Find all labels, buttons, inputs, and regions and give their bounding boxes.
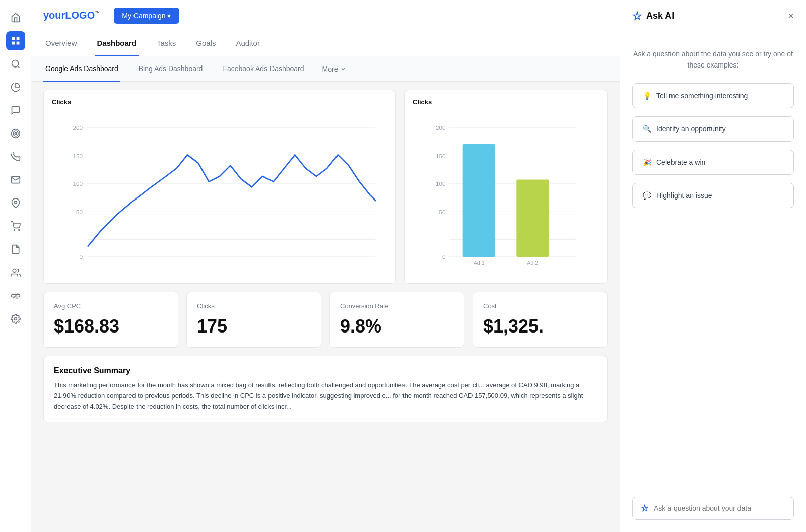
bar-chart-svg: 200 150 100 50 0 Ad 1 Ad 2 — [413, 112, 599, 273]
avg-cpc-label: Avg CPC — [54, 302, 168, 310]
svg-point-7 — [13, 131, 18, 136]
cost-value: $1,325. — [483, 316, 597, 337]
metric-clicks: Clicks 175 — [186, 292, 321, 348]
email-icon[interactable] — [6, 170, 25, 189]
home-icon[interactable] — [6, 8, 25, 27]
svg-text:100: 100 — [436, 180, 446, 187]
svg-text:200: 200 — [436, 124, 446, 131]
settings-icon[interactable] — [6, 309, 25, 328]
people-icon[interactable] — [6, 263, 25, 282]
search-opportunity-icon: 🔍 — [643, 125, 651, 133]
avg-cpc-value: $168.83 — [54, 316, 168, 337]
clicks-value: 175 — [197, 316, 311, 337]
charts-row: Clicks 200 150 100 50 0 — [43, 90, 608, 284]
line-chart-card: Clicks 200 150 100 50 0 — [43, 90, 396, 284]
svg-text:0: 0 — [79, 253, 83, 260]
search-icon[interactable] — [6, 54, 25, 74]
ai-panel-body: Ask a question about the data you see or… — [620, 32, 806, 532]
svg-rect-1 — [16, 37, 19, 40]
svg-rect-39 — [516, 179, 549, 257]
target-icon[interactable] — [6, 124, 25, 143]
tab-overview[interactable]: Overview — [43, 31, 79, 56]
phone-icon[interactable] — [6, 147, 25, 166]
tab-goals[interactable]: Goals — [194, 31, 218, 56]
location-icon[interactable] — [6, 193, 25, 213]
svg-rect-2 — [12, 42, 15, 45]
celebrate-icon: 🎉 — [643, 158, 651, 166]
exec-summary-text: This marketing performance for the month… — [54, 380, 597, 412]
chart-icon[interactable] — [6, 78, 25, 97]
metric-avg-cpc: Avg CPC $168.83 — [43, 292, 178, 348]
bar-chart-title: Clicks — [413, 98, 599, 106]
suggestion-highlight[interactable]: 💬 Highlight an issue — [632, 183, 794, 208]
clicks-label: Clicks — [197, 302, 311, 310]
ai-input-container — [632, 497, 794, 520]
sub-tab-bing[interactable]: Bing Ads Dashboard — [137, 56, 205, 82]
cost-label: Cost — [483, 302, 597, 310]
tab-tasks[interactable]: Tasks — [155, 31, 178, 56]
ai-subtitle: Ask a question about the data you see or… — [632, 48, 794, 71]
conversion-rate-label: Conversion Rate — [340, 302, 454, 310]
grid-icon[interactable] — [6, 31, 25, 50]
svg-line-5 — [17, 66, 19, 68]
svg-point-9 — [14, 201, 17, 204]
conversion-rate-value: 9.8% — [340, 316, 454, 337]
line-chart-svg: 200 150 100 50 0 — [52, 112, 387, 273]
metrics-row: Avg CPC $168.83 Clicks 175 Conversion Ra… — [43, 292, 608, 348]
suggestion-tell-me[interactable]: 💡 Tell me something interesting — [632, 83, 794, 108]
svg-text:0: 0 — [442, 253, 446, 260]
svg-text:50: 50 — [439, 209, 446, 215]
svg-rect-37 — [463, 144, 495, 257]
svg-point-11 — [18, 230, 19, 231]
tab-auditor[interactable]: Auditor — [234, 31, 262, 56]
svg-point-4 — [12, 60, 18, 67]
svg-text:200: 200 — [73, 124, 83, 131]
svg-point-12 — [13, 269, 16, 273]
svg-text:150: 150 — [436, 153, 446, 159]
logo-plain: your — [43, 10, 65, 21]
svg-point-8 — [15, 132, 16, 134]
topbar: yourLOGO™ My Campaign ▾ — [31, 0, 620, 31]
plug-icon[interactable] — [6, 286, 25, 305]
svg-rect-0 — [12, 37, 15, 40]
logo-tm: ™ — [95, 10, 100, 16]
logo-bold: LOGO — [65, 10, 95, 21]
sparkle-icon — [632, 11, 642, 21]
highlight-icon: 💬 — [643, 191, 651, 200]
sub-tab-facebook[interactable]: Facebook Ads Dashboard — [221, 56, 306, 82]
svg-text:Ad 2: Ad 2 — [527, 260, 538, 266]
cart-icon[interactable] — [6, 217, 25, 236]
ai-panel: Ask AI × Ask a question about the data y… — [620, 0, 806, 532]
ai-panel-header: Ask AI × — [620, 0, 806, 32]
content-area: Clicks 200 150 100 50 0 — [31, 82, 620, 532]
exec-summary-title: Executive Summary — [54, 366, 597, 375]
logo: yourLOGO™ — [43, 10, 100, 21]
more-button[interactable]: More — [322, 65, 347, 73]
main-area: yourLOGO™ My Campaign ▾ Overview Dashboa… — [31, 0, 620, 532]
chat-icon[interactable] — [6, 101, 25, 120]
bar-chart-card: Clicks 200 150 100 50 0 — [404, 90, 608, 284]
metric-conversion-rate: Conversion Rate 9.8% — [329, 292, 464, 348]
svg-text:Ad 1: Ad 1 — [474, 260, 485, 266]
sidebar — [0, 0, 31, 532]
ai-question-input[interactable] — [654, 504, 785, 512]
lightbulb-icon: 💡 — [643, 92, 651, 100]
sub-tabs: Google Ads Dashboard Bing Ads Dashboard … — [31, 56, 620, 82]
svg-text:150: 150 — [73, 153, 83, 159]
doc-icon[interactable] — [6, 240, 25, 259]
svg-text:100: 100 — [73, 180, 83, 187]
svg-text:50: 50 — [76, 209, 83, 215]
metric-cost: Cost $1,325. — [473, 292, 608, 348]
suggestion-celebrate[interactable]: 🎉 Celebrate a win — [632, 150, 794, 175]
svg-point-6 — [11, 129, 20, 138]
ai-panel-title: Ask AI — [632, 11, 674, 21]
sub-tab-google[interactable]: Google Ads Dashboard — [43, 56, 120, 82]
svg-point-10 — [14, 230, 15, 231]
nav-tabs: Overview Dashboard Tasks Goals Auditor — [31, 31, 620, 56]
campaign-button[interactable]: My Campaign ▾ — [114, 8, 179, 24]
ai-input-icon — [641, 504, 649, 512]
ai-panel-close-button[interactable]: × — [788, 10, 794, 22]
tab-dashboard[interactable]: Dashboard — [95, 31, 139, 56]
suggestion-opportunity[interactable]: 🔍 Identify an opportunity — [632, 116, 794, 142]
executive-summary: Executive Summary This marketing perform… — [43, 356, 608, 422]
